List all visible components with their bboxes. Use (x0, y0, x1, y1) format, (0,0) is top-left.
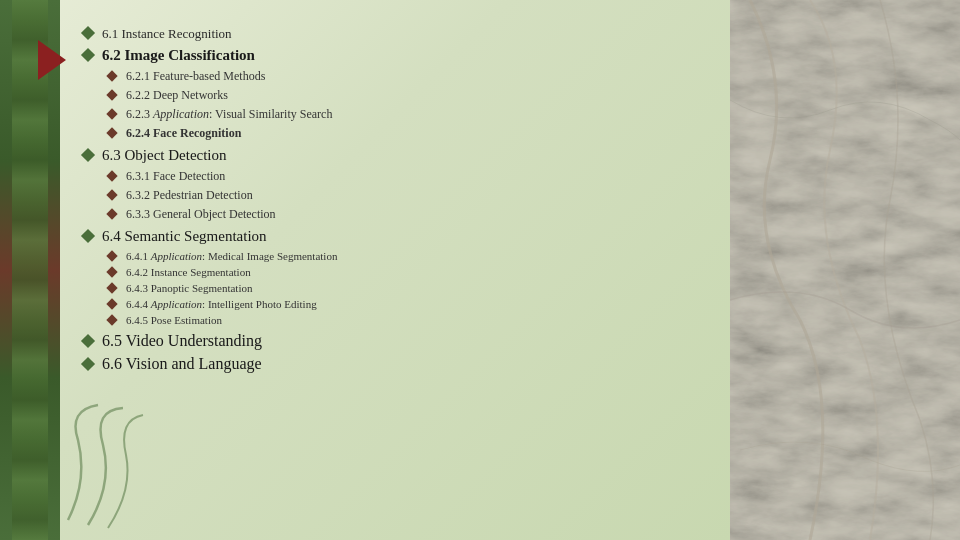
item-6-6: 6.6 Vision and Language (80, 355, 700, 373)
label-6-4-5: 6.4.5 Pose Estimation (126, 314, 222, 326)
label-6-4: 6.4 Semantic Segmentation (102, 228, 267, 245)
label-6-2-3: 6.2.3 Application: Visual Similarity Sea… (126, 107, 332, 122)
item-6-4-3: 6.4.3 Panoptic Segmentation (80, 282, 700, 294)
bullet-6-4-1 (104, 252, 120, 260)
item-6-4: 6.4 Semantic Segmentation (80, 228, 700, 245)
bullet-6-2-1 (104, 72, 120, 80)
item-6-4-1: 6.4.1 Application: Medical Image Segment… (80, 250, 700, 262)
bullet-6-4-4 (104, 300, 120, 308)
label-6-1: 6.1 Instance Recognition (102, 26, 232, 42)
item-6-2-4: 6.2.4 Face Recognition (80, 126, 700, 141)
bullet-6-4-2 (104, 268, 120, 276)
item-6-1: 6.1 Instance Recognition (80, 26, 700, 42)
bullet-6-3-1 (104, 172, 120, 180)
label-6-6: 6.6 Vision and Language (102, 355, 262, 373)
bullet-6-2-3 (104, 110, 120, 118)
label-6-5: 6.5 Video Understanding (102, 332, 262, 350)
item-6-3-1: 6.3.1 Face Detection (80, 169, 700, 184)
label-6-4-1: 6.4.1 Application: Medical Image Segment… (126, 250, 337, 262)
bullet-6-5 (80, 336, 96, 346)
item-6-2-2: 6.2.2 Deep Networks (80, 88, 700, 103)
label-6-3-1: 6.3.1 Face Detection (126, 169, 225, 184)
bullet-6-2-2 (104, 91, 120, 99)
item-6-3: 6.3 Object Detection (80, 147, 700, 164)
bullet-6-4-5 (104, 316, 120, 324)
bullet-6-3-2 (104, 191, 120, 199)
bullet-6-4-3 (104, 284, 120, 292)
bookmark-arrow (38, 40, 66, 80)
label-6-4-2: 6.4.2 Instance Segmentation (126, 266, 251, 278)
bullet-6-2 (80, 50, 96, 60)
item-6-2-3: 6.2.3 Application: Visual Similarity Sea… (80, 107, 700, 122)
item-6-2-1: 6.2.1 Feature-based Methods (80, 69, 700, 84)
svg-rect-1 (730, 0, 960, 540)
bullet-6-4 (80, 231, 96, 241)
label-6-3: 6.3 Object Detection (102, 147, 227, 164)
bullet-6-2-4 (104, 129, 120, 137)
left-decoration (0, 0, 60, 540)
decorative-curves (58, 400, 148, 530)
item-6-4-5: 6.4.5 Pose Estimation (80, 314, 700, 326)
item-6-2: 6.2 Image Classification (80, 47, 700, 64)
label-6-2-2: 6.2.2 Deep Networks (126, 88, 228, 103)
item-6-5: 6.5 Video Understanding (80, 332, 700, 350)
bullet-6-6 (80, 359, 96, 369)
label-6-3-2: 6.3.2 Pedestrian Detection (126, 188, 253, 203)
item-6-3-2: 6.3.2 Pedestrian Detection (80, 188, 700, 203)
toc-content: 6.1 Instance Recognition 6.2 Image Class… (80, 18, 700, 373)
bullet-6-3-3 (104, 210, 120, 218)
label-6-4-3: 6.4.3 Panoptic Segmentation (126, 282, 252, 294)
item-6-4-4: 6.4.4 Application: Intelligent Photo Edi… (80, 298, 700, 310)
marble-texture-panel (730, 0, 960, 540)
bullet-6-1 (80, 28, 96, 38)
label-6-3-3: 6.3.3 General Object Detection (126, 207, 276, 222)
label-6-2: 6.2 Image Classification (102, 47, 255, 64)
label-6-4-4: 6.4.4 Application: Intelligent Photo Edi… (126, 298, 317, 310)
item-6-3-3: 6.3.3 General Object Detection (80, 207, 700, 222)
label-6-2-4: 6.2.4 Face Recognition (126, 126, 241, 141)
bullet-6-3 (80, 150, 96, 160)
marble-svg (730, 0, 960, 540)
content-panel: 6.1 Instance Recognition 6.2 Image Class… (0, 0, 730, 540)
item-6-4-2: 6.4.2 Instance Segmentation (80, 266, 700, 278)
label-6-2-1: 6.2.1 Feature-based Methods (126, 69, 265, 84)
